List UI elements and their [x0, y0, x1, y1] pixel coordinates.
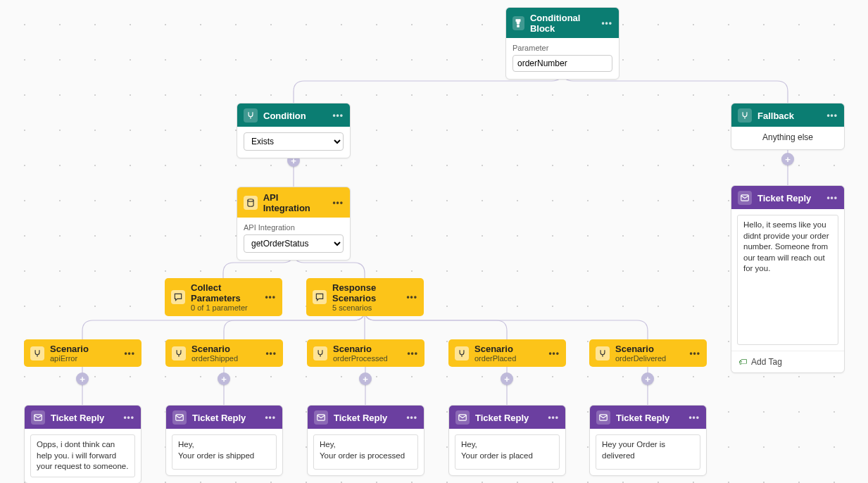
node-subtitle: 0 of 1 parameter	[191, 303, 259, 312]
node-title: Response Scenarios	[332, 282, 401, 303]
more-icon[interactable]: •••	[265, 349, 277, 358]
scenario-name: orderShipped	[191, 354, 260, 363]
add-node-button[interactable]: +	[781, 153, 794, 165]
add-node-button[interactable]: +	[501, 372, 513, 385]
branch-icon	[738, 108, 752, 123]
node-header: Collect Parameters 0 of 1 parameter •••	[165, 278, 282, 316]
add-node-button[interactable]: +	[359, 372, 372, 385]
ticket-reply-node[interactable]: Ticket Reply••• Hey,Your order is proces…	[307, 405, 424, 476]
branch-icon	[172, 346, 186, 360]
reply-message[interactable]: Hey,Your order is shipped	[172, 434, 277, 470]
node-title: Ticket Reply	[475, 413, 542, 423]
scenario-node[interactable]: Scenario orderDelivered •••	[589, 339, 707, 367]
branch-icon	[596, 346, 610, 360]
node-header: Response Scenarios 5 scenarios •••	[306, 278, 424, 316]
more-icon[interactable]: •••	[548, 349, 560, 358]
scenario-node[interactable]: Scenario orderPlaced •••	[448, 339, 566, 367]
api-integration-node[interactable]: API Integration ••• API Integration getO…	[237, 187, 351, 261]
scenario-name: orderProcessed	[333, 354, 401, 363]
node-header: Ticket Reply •••	[731, 186, 844, 209]
more-icon[interactable]: •••	[332, 111, 344, 120]
branch-icon	[313, 346, 327, 360]
node-title: Ticket Reply	[334, 413, 401, 423]
ticket-reply-node[interactable]: Ticket Reply••• Hey,Your order is placed	[448, 405, 566, 476]
condition-node[interactable]: Condition ••• Exists	[237, 103, 351, 158]
more-icon[interactable]: •••	[688, 413, 700, 422]
add-tag-label: Add Tag	[751, 357, 782, 367]
database-icon	[244, 196, 258, 210]
mail-icon	[31, 410, 45, 425]
scenario-name: orderPlaced	[474, 354, 543, 363]
chat-icon	[313, 290, 327, 304]
svg-point-0	[248, 199, 253, 202]
branch-icon	[244, 108, 258, 123]
mail-icon	[455, 410, 470, 425]
node-title: Scenario	[615, 344, 684, 354]
node-title: Ticket Reply	[757, 193, 821, 203]
more-icon[interactable]: •••	[123, 413, 134, 422]
ticket-reply-node[interactable]: Ticket Reply••• Hey your Order is delive…	[589, 405, 707, 476]
scenario-node[interactable]: Scenario orderProcessed •••	[307, 339, 424, 367]
more-icon[interactable]: •••	[407, 349, 418, 358]
more-icon[interactable]: •••	[332, 198, 344, 208]
node-title: API Integration	[263, 192, 327, 213]
node-title: Condition	[263, 111, 327, 121]
node-title: Ticket Reply	[616, 413, 683, 423]
scenario-name: apiError	[50, 354, 118, 363]
condition-select[interactable]: Exists	[244, 132, 344, 151]
more-icon[interactable]: •••	[601, 18, 612, 28]
scenario-name: orderDelivered	[615, 354, 684, 363]
ticket-reply-node[interactable]: Ticket Reply••• Opps, i dont think can h…	[24, 405, 141, 483]
more-icon[interactable]: •••	[124, 349, 135, 358]
tag-icon: 🏷	[738, 357, 747, 367]
conditional-block-node[interactable]: Conditional Block ••• Parameter	[505, 7, 619, 80]
ticket-reply-node[interactable]: Ticket Reply ••• Hello, it seems like yo…	[731, 185, 845, 373]
more-icon[interactable]: •••	[406, 413, 417, 422]
reply-message[interactable]: Hello, it seems like you didnt provide y…	[737, 215, 838, 345]
node-title: Ticket Reply	[51, 413, 118, 423]
reply-message[interactable]: Hey your Order is delivered	[596, 434, 700, 470]
add-node-button[interactable]: +	[218, 372, 230, 385]
reply-message[interactable]: Hey,Your order is processed	[313, 434, 418, 470]
branch-icon	[455, 346, 469, 360]
add-tag-button[interactable]: 🏷 Add Tag	[731, 351, 844, 372]
node-title: Scenario	[474, 344, 543, 354]
fallback-text: Anything else	[731, 127, 844, 149]
fallback-node[interactable]: Fallback ••• Anything else	[731, 103, 845, 150]
mail-icon	[172, 410, 187, 425]
node-title: Ticket Reply	[192, 413, 259, 423]
node-subtitle: 5 scenarios	[332, 303, 401, 312]
more-icon[interactable]: •••	[265, 292, 276, 302]
add-node-button[interactable]: +	[641, 372, 654, 385]
more-icon[interactable]: •••	[826, 111, 838, 120]
add-node-button[interactable]: +	[76, 372, 89, 385]
node-title: Conditional Block	[530, 13, 596, 34]
scenario-node[interactable]: Scenario apiError •••	[24, 339, 141, 367]
node-header: Fallback •••	[731, 104, 844, 127]
branch-icon	[30, 346, 44, 360]
node-header: Conditional Block •••	[506, 8, 619, 38]
scenario-node[interactable]: Scenario orderShipped •••	[165, 339, 283, 367]
reply-message[interactable]: Opps, i dont think can help you. i will …	[30, 434, 135, 477]
node-title: Fallback	[757, 111, 821, 121]
more-icon[interactable]: •••	[826, 193, 838, 203]
param-label: Parameter	[512, 44, 612, 52]
chat-icon	[171, 290, 185, 304]
ticket-reply-node[interactable]: Ticket Reply••• Hey,Your order is shippe…	[165, 405, 283, 476]
node-header: API Integration •••	[237, 187, 350, 218]
more-icon[interactable]: •••	[406, 292, 417, 302]
parameter-input[interactable]	[512, 55, 612, 72]
more-icon[interactable]: •••	[548, 413, 559, 422]
node-title: Scenario	[50, 344, 118, 354]
mail-icon	[738, 191, 752, 205]
api-select[interactable]: getOrderStatus	[244, 234, 344, 253]
more-icon[interactable]: •••	[265, 413, 276, 422]
reply-message[interactable]: Hey,Your order is placed	[455, 434, 560, 470]
response-scenarios-node[interactable]: Response Scenarios 5 scenarios •••	[306, 278, 424, 316]
more-icon[interactable]: •••	[689, 349, 700, 358]
node-title: Scenario	[333, 344, 401, 354]
api-field-label: API Integration	[244, 223, 344, 232]
collect-parameters-node[interactable]: Collect Parameters 0 of 1 parameter •••	[165, 278, 282, 316]
node-header: Condition •••	[237, 104, 350, 127]
mail-icon	[596, 410, 610, 425]
